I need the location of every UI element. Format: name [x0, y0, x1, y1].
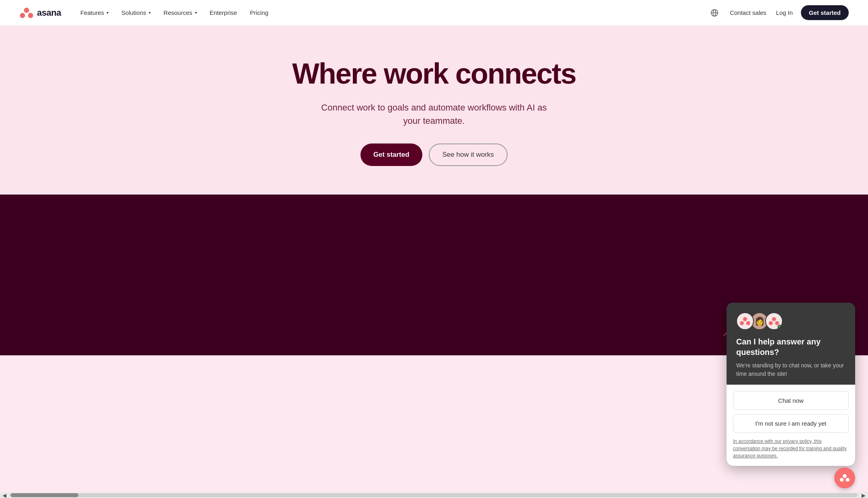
hero-title: Where work connects — [19, 58, 849, 90]
nav-left: asana Features ▾ Solutions ▾ Resources ▾… — [19, 6, 273, 20]
hero-section: Where work connects Connect work to goal… — [0, 26, 868, 195]
svg-point-8 — [746, 321, 750, 325]
chevron-down-icon: ▾ — [149, 10, 151, 15]
brand-name: asana — [37, 8, 61, 18]
globe-icon[interactable] — [707, 6, 722, 20]
svg-point-6 — [743, 317, 747, 321]
nav-right: Contact sales Log In Get started — [707, 5, 849, 20]
nav-resources[interactable]: Resources ▾ — [159, 6, 202, 19]
contact-sales-link[interactable]: Contact sales — [728, 6, 768, 19]
chevron-down-icon: ▾ — [195, 10, 197, 15]
chat-avatars: 👩 — [736, 312, 845, 330]
nav-features[interactable]: Features ▾ — [76, 6, 113, 19]
nav-get-started-button[interactable]: Get started — [801, 5, 849, 20]
nav-solutions[interactable]: Solutions ▾ — [117, 6, 156, 19]
svg-point-9 — [772, 317, 776, 321]
hero-buttons: Get started See how it works — [19, 143, 849, 166]
hero-get-started-button[interactable]: Get started — [360, 143, 422, 166]
hero-subtitle: Connect work to goals and automate workf… — [313, 101, 555, 127]
main-navigation: asana Features ▾ Solutions ▾ Resources ▾… — [0, 0, 868, 26]
svg-point-10 — [769, 321, 773, 325]
chat-widget: 👩 Can I help answer any questions? We're… — [727, 303, 855, 355]
nav-links: Features ▾ Solutions ▾ Resources ▾ Enter… — [76, 6, 273, 19]
asana-logo-icon — [19, 6, 34, 20]
hero-see-how-button[interactable]: See how it works — [429, 143, 508, 166]
chat-avatar-asana — [736, 312, 754, 330]
chevron-down-icon: ▾ — [106, 10, 108, 15]
svg-point-7 — [740, 321, 744, 325]
chat-heading: Can I help answer any questions? — [736, 336, 845, 355]
login-link[interactable]: Log In — [774, 6, 794, 19]
svg-point-2 — [28, 13, 33, 18]
brand-logo[interactable]: asana — [19, 6, 61, 20]
online-status-dot — [778, 325, 782, 329]
nav-pricing[interactable]: Pricing — [245, 6, 273, 19]
svg-point-0 — [24, 8, 29, 13]
chat-widget-header: 👩 Can I help answer any questions? We're… — [727, 303, 855, 355]
chat-avatar-asana-online — [765, 312, 783, 330]
nav-enterprise[interactable]: Enterprise — [205, 6, 242, 19]
svg-point-1 — [20, 13, 25, 18]
